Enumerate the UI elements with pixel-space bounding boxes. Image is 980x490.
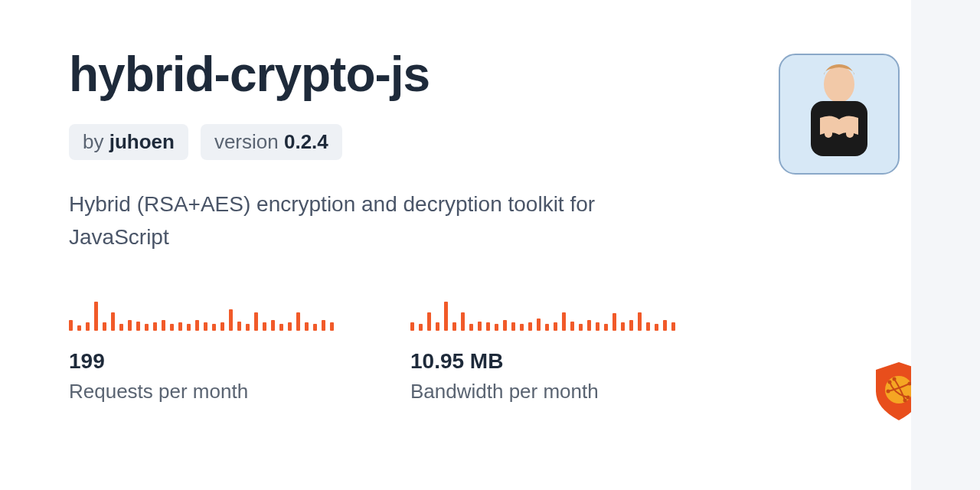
spark-bar <box>237 322 241 331</box>
spark-bar <box>545 324 549 331</box>
spark-bar <box>220 322 224 330</box>
svg-rect-2 <box>825 116 832 138</box>
author-avatar[interactable] <box>779 54 900 175</box>
spark-bar <box>562 312 566 331</box>
stats-row: 199 Requests per month 10.95 MB Bandwidt… <box>69 300 873 403</box>
spark-bar <box>136 322 140 331</box>
spark-bar <box>296 312 300 331</box>
svg-point-8 <box>887 390 890 394</box>
spark-bar <box>419 324 423 331</box>
package-description: Hybrid (RSA+AES) encryption and decrypti… <box>69 188 666 254</box>
author-prefix: by <box>83 130 109 153</box>
spark-bar <box>621 322 625 330</box>
version-chip[interactable]: version 0.2.4 <box>201 124 342 160</box>
spark-bar <box>554 322 557 330</box>
spark-bar <box>153 322 157 330</box>
spark-bar <box>436 322 439 330</box>
spark-bar <box>204 322 207 330</box>
spark-bar <box>77 325 81 331</box>
bandwidth-sparkline <box>410 300 675 331</box>
avatar-illustration <box>789 58 889 173</box>
spark-bar <box>444 302 448 331</box>
package-title: hybrid-crypto-js <box>69 46 873 103</box>
spark-bar <box>528 322 532 330</box>
svg-point-5 <box>888 381 892 384</box>
spark-bar <box>478 322 482 331</box>
spark-bar <box>570 322 574 331</box>
spark-bar <box>495 324 498 331</box>
spark-bar <box>486 322 490 330</box>
spark-bar <box>162 320 165 331</box>
bandwidth-stat: 10.95 MB Bandwidth per month <box>410 300 675 403</box>
spark-bar <box>655 324 658 331</box>
spark-bar <box>461 312 465 331</box>
spark-bar <box>229 309 233 331</box>
svg-point-10 <box>903 399 907 403</box>
spark-bar <box>69 320 73 331</box>
spark-bar <box>86 322 90 330</box>
spark-bar <box>410 322 414 330</box>
requests-sparkline <box>69 300 334 331</box>
svg-rect-3 <box>846 116 854 138</box>
spark-bar <box>469 324 473 331</box>
spark-bar <box>279 324 283 331</box>
version-value: 0.2.4 <box>284 130 328 153</box>
spark-bar <box>119 324 123 331</box>
svg-point-6 <box>906 396 910 400</box>
spark-bar <box>629 320 633 331</box>
spark-bar <box>537 318 541 331</box>
spark-bar <box>305 322 309 330</box>
spark-bar <box>671 322 675 330</box>
version-prefix: version <box>214 130 284 153</box>
spark-bar <box>246 324 250 331</box>
spark-bar <box>587 320 591 331</box>
spark-bar <box>322 320 325 331</box>
bandwidth-label: Bandwidth per month <box>410 380 675 403</box>
spark-bar <box>195 320 199 331</box>
spark-bar <box>254 312 258 331</box>
spark-bar <box>94 302 98 331</box>
spark-bar <box>103 322 106 330</box>
requests-label: Requests per month <box>69 380 334 403</box>
spark-bar <box>170 324 174 331</box>
spark-bar <box>313 324 317 331</box>
spark-bar <box>452 322 456 330</box>
author-chip[interactable]: by juhoen <box>69 124 188 160</box>
meta-chips: by juhoen version 0.2.4 <box>69 124 873 160</box>
spark-bar <box>128 320 132 331</box>
spark-bar <box>178 322 182 330</box>
spark-bar <box>596 322 599 330</box>
spark-bar <box>427 312 431 331</box>
spark-bar <box>612 313 616 330</box>
spark-bar <box>663 320 667 331</box>
spark-bar <box>638 312 642 331</box>
svg-point-0 <box>824 66 854 103</box>
svg-point-9 <box>893 377 897 381</box>
spark-bar <box>330 322 334 330</box>
spark-bar <box>288 322 292 330</box>
bandwidth-value: 10.95 MB <box>410 349 675 374</box>
spark-bar <box>145 324 149 331</box>
author-name: juhoen <box>109 130 175 153</box>
spark-bar <box>212 324 216 331</box>
spark-bar <box>271 320 275 331</box>
spark-bar <box>263 322 266 330</box>
spark-bar <box>604 324 608 331</box>
spark-bar <box>520 324 524 331</box>
right-gutter <box>911 0 980 490</box>
spark-bar <box>579 324 583 331</box>
spark-bar <box>646 322 650 330</box>
requests-value: 199 <box>69 349 334 374</box>
spark-bar <box>111 312 115 331</box>
spark-bar <box>187 324 191 331</box>
spark-bar <box>503 320 507 331</box>
requests-stat: 199 Requests per month <box>69 300 334 403</box>
spark-bar <box>511 322 515 330</box>
